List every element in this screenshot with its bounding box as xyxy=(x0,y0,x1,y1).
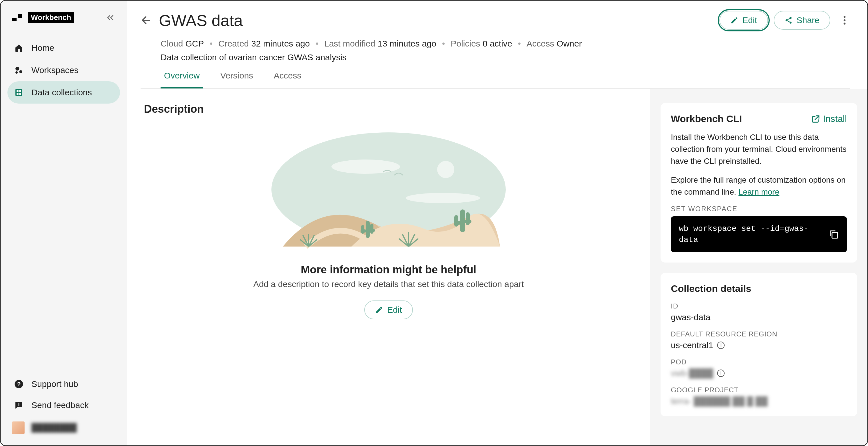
svg-point-15 xyxy=(785,20,787,22)
info-icon[interactable]: i xyxy=(717,342,724,349)
details-card: Collection details ID gwas-data DEFAULT … xyxy=(660,273,857,416)
edit-button[interactable]: Edit xyxy=(719,11,768,30)
nav-workspaces[interactable]: Workspaces xyxy=(7,59,120,81)
svg-rect-13 xyxy=(19,405,20,406)
collapse-sidebar-icon[interactable] xyxy=(105,12,116,23)
tab-overview[interactable]: Overview xyxy=(161,71,203,89)
sidebar: Workbench Home Workspaces Data collectio… xyxy=(1,1,127,445)
svg-rect-5 xyxy=(16,89,22,96)
svg-point-2 xyxy=(16,67,19,70)
svg-rect-9 xyxy=(19,93,21,95)
id-value: gwas-data xyxy=(671,312,847,322)
send-feedback[interactable]: Send feedback xyxy=(7,394,120,416)
data-collections-icon xyxy=(14,88,24,97)
help-icon: ? xyxy=(14,379,24,389)
cli-card: Workbench CLI Install Install the Workbe… xyxy=(660,103,857,263)
tab-access[interactable]: Access xyxy=(270,71,305,89)
back-button[interactable] xyxy=(141,14,152,26)
region-label: DEFAULT RESOURCE REGION xyxy=(671,330,847,338)
content: Description xyxy=(127,89,867,445)
cli-text-1: Install the Workbench CLI to use this da… xyxy=(671,131,847,167)
modified-label: Last modified xyxy=(324,39,375,48)
svg-point-19 xyxy=(844,23,846,25)
empty-subtitle: Add a description to record key details … xyxy=(253,279,524,289)
edit-label: Edit xyxy=(742,15,757,25)
created-label: Created xyxy=(218,39,249,48)
cli-title: Workbench CLI xyxy=(671,113,742,125)
home-icon xyxy=(14,43,24,53)
separator: • xyxy=(442,39,445,48)
copy-button[interactable] xyxy=(829,229,839,239)
pod-value: vwb-████ i xyxy=(671,368,847,378)
svg-point-17 xyxy=(844,16,846,18)
tabs: Overview Versions Access xyxy=(141,62,850,89)
share-button[interactable]: Share xyxy=(774,11,830,30)
avatar xyxy=(12,421,25,434)
project-label: GOOGLE PROJECT xyxy=(671,386,847,394)
svg-rect-8 xyxy=(17,93,19,95)
separator: • xyxy=(518,39,521,48)
code-block: wb workspace set --id=gwas-data xyxy=(671,216,847,252)
svg-rect-24 xyxy=(460,209,465,232)
svg-point-23 xyxy=(406,193,480,203)
policies-value: 0 active xyxy=(483,39,512,48)
svg-point-18 xyxy=(844,20,846,22)
cli-card-header: Workbench CLI Install xyxy=(671,113,847,125)
created-value: 32 minutes ago xyxy=(251,39,310,48)
cli-text-2: Explore the full range of customization … xyxy=(671,174,847,198)
svg-rect-1 xyxy=(18,14,22,18)
nav-home[interactable]: Home xyxy=(7,37,120,59)
svg-point-4 xyxy=(16,71,18,74)
separator: • xyxy=(210,39,213,48)
header-actions: Edit Share xyxy=(719,11,850,30)
svg-rect-29 xyxy=(366,221,370,238)
header: GWAS data Edit Share Cloud GCP • Create xyxy=(127,1,867,89)
info-icon[interactable]: i xyxy=(717,370,724,377)
svg-rect-34 xyxy=(832,233,838,238)
feedback-label: Send feedback xyxy=(31,400,89,410)
svg-point-3 xyxy=(19,70,22,73)
header-description: Data collection of ovarian cancer GWAS a… xyxy=(141,48,850,62)
page-title: GWAS data xyxy=(159,11,243,30)
svg-rect-33 xyxy=(369,229,375,232)
share-icon xyxy=(784,16,793,24)
edit-label: Edit xyxy=(387,305,402,315)
svg-rect-12 xyxy=(19,403,20,405)
right-panel: Workbench CLI Install Install the Workbe… xyxy=(650,89,867,445)
install-link[interactable]: Install xyxy=(811,113,847,124)
svg-text:?: ? xyxy=(17,381,21,388)
edit-description-button[interactable]: Edit xyxy=(364,301,413,319)
policies-label: Policies xyxy=(451,39,480,48)
svg-rect-0 xyxy=(12,18,17,21)
pod-label: POD xyxy=(671,358,847,366)
nav-data-collections[interactable]: Data collections xyxy=(7,81,120,104)
learn-more-link[interactable]: Learn more xyxy=(739,187,779,196)
sidebar-header: Workbench xyxy=(7,12,120,23)
empty-title: More information might be helpful xyxy=(301,264,476,276)
main: GWAS data Edit Share Cloud GCP • Create xyxy=(127,1,867,445)
logo-icon xyxy=(12,14,24,21)
support-label: Support hub xyxy=(31,379,78,389)
support-hub[interactable]: ? Support hub xyxy=(7,374,120,394)
workspaces-icon xyxy=(14,66,24,75)
edit-icon xyxy=(375,306,383,314)
set-workspace-label: SET WORKSPACE xyxy=(671,205,847,213)
open-external-icon xyxy=(811,115,820,123)
title-row: GWAS data Edit Share xyxy=(141,11,850,30)
more-menu-button[interactable] xyxy=(839,14,850,26)
id-label: ID xyxy=(671,302,847,310)
svg-rect-7 xyxy=(19,90,21,92)
svg-rect-32 xyxy=(361,230,366,233)
center-panel: Description xyxy=(127,89,650,445)
svg-rect-27 xyxy=(454,221,461,225)
meta-row: Cloud GCP • Created 32 minutes ago • Las… xyxy=(141,30,850,48)
user-row[interactable]: ████████ xyxy=(7,416,120,434)
app-name: Workbench xyxy=(28,12,74,23)
svg-point-14 xyxy=(789,17,792,19)
tab-versions[interactable]: Versions xyxy=(217,71,256,89)
description-title: Description xyxy=(144,103,633,115)
empty-state: More information might be helpful Add a … xyxy=(144,132,633,319)
region-value: us-central1 i xyxy=(671,340,847,350)
nav-label: Workspaces xyxy=(31,65,79,75)
user-name: ████████ xyxy=(31,423,77,432)
